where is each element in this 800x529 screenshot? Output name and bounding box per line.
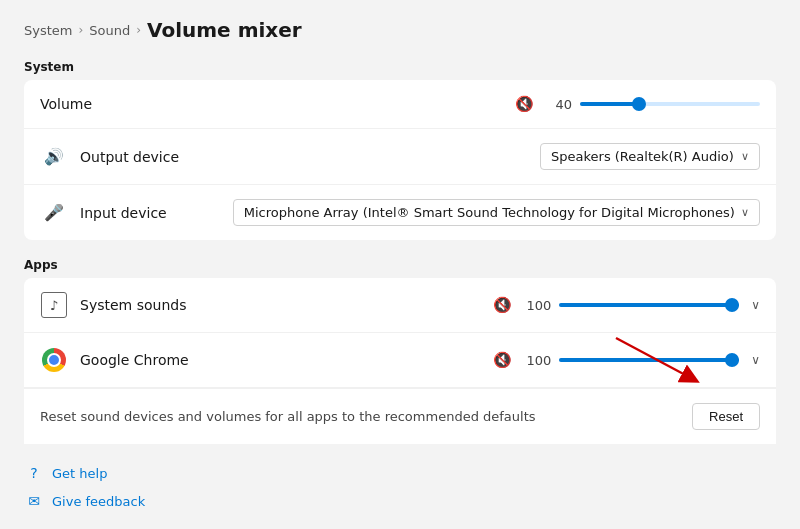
sys-sounds-mute-icon[interactable]: 🔇 (493, 296, 512, 314)
apps-card: ♪ System sounds 🔇 100 ∨ (24, 278, 776, 444)
get-help-link[interactable]: ? Get help (24, 463, 776, 483)
input-device-text: Microphone Array (Intel® Smart Sound Tec… (244, 205, 735, 220)
volume-mute-icon[interactable]: 🔇 (515, 95, 534, 113)
sys-sounds-thumb[interactable] (725, 298, 739, 312)
system-sounds-row: ♪ System sounds 🔇 100 ∨ (24, 278, 776, 333)
page: System › Sound › Volume mixer System Vol… (0, 0, 800, 529)
breadcrumb-sep2: › (136, 23, 141, 37)
breadcrumb-sound[interactable]: Sound (89, 23, 130, 38)
input-dropdown[interactable]: Microphone Array (Intel® Smart Sound Tec… (233, 199, 760, 226)
sys-sounds-value: 100 (526, 298, 551, 313)
sys-sounds-box-icon: ♪ (41, 292, 67, 318)
breadcrumb-sep1: › (78, 23, 83, 37)
apps-section: Apps ♪ System sounds 🔇 100 (24, 256, 776, 448)
reset-button[interactable]: Reset (692, 403, 760, 430)
bottom-links: ? Get help ✉ Give feedback (24, 451, 776, 511)
get-help-icon: ? (24, 463, 44, 483)
chrome-track (559, 358, 739, 362)
reset-text: Reset sound devices and volumes for all … (40, 409, 692, 424)
volume-controls: 🔇 40 (515, 94, 760, 114)
chrome-expand-icon[interactable]: ∨ (751, 353, 760, 367)
output-label: Output device (80, 149, 540, 165)
input-icon: 🎤 (40, 203, 68, 222)
chrome-value: 100 (526, 353, 551, 368)
output-dropdown[interactable]: Speakers (Realtek(R) Audio) ∨ (540, 143, 760, 170)
get-help-label: Get help (52, 466, 107, 481)
output-icon: 🔊 (40, 147, 68, 166)
system-sounds-controls: 🔇 100 ∨ (493, 295, 760, 315)
chrome-icon-container (40, 346, 68, 374)
volume-fill (580, 102, 639, 106)
input-label: Input device (80, 205, 233, 221)
chrome-thumb[interactable] (725, 353, 739, 367)
give-feedback-icon: ✉ (24, 491, 44, 511)
system-card: Volume 🔇 40 🔊 Output device Speakers (Re… (24, 80, 776, 240)
volume-slider[interactable] (580, 94, 760, 114)
page-title: Volume mixer (147, 18, 302, 42)
volume-track (580, 102, 760, 106)
volume-value: 40 (548, 97, 572, 112)
chrome-controls: 🔇 100 ∨ (493, 350, 760, 370)
chrome-slider[interactable] (559, 350, 739, 370)
input-device-row: 🎤 Input device Microphone Array (Intel® … (24, 185, 776, 240)
give-feedback-label: Give feedback (52, 494, 145, 509)
output-chevron-icon: ∨ (741, 150, 749, 163)
volume-thumb[interactable] (632, 97, 646, 111)
input-right: Microphone Array (Intel® Smart Sound Tec… (233, 199, 760, 226)
breadcrumb-system[interactable]: System (24, 23, 72, 38)
sys-sounds-expand-icon[interactable]: ∨ (751, 298, 760, 312)
system-section-label: System (24, 60, 776, 74)
chrome-logo-icon (42, 348, 66, 372)
sys-sounds-track (559, 303, 739, 307)
output-right: Speakers (Realtek(R) Audio) ∨ (540, 143, 760, 170)
output-device-row: 🔊 Output device Speakers (Realtek(R) Aud… (24, 129, 776, 185)
chrome-row: Google Chrome 🔇 100 ∨ (24, 333, 776, 388)
breadcrumb: System › Sound › Volume mixer (24, 18, 776, 42)
input-chevron-icon: ∨ (741, 206, 749, 219)
chrome-fill (559, 358, 739, 362)
volume-row: Volume 🔇 40 (24, 80, 776, 129)
chrome-label: Google Chrome (80, 352, 493, 368)
system-sounds-icon: ♪ (40, 291, 68, 319)
sys-sounds-fill (559, 303, 739, 307)
chrome-mute-icon[interactable]: 🔇 (493, 351, 512, 369)
reset-row: Reset sound devices and volumes for all … (24, 388, 776, 444)
output-device-text: Speakers (Realtek(R) Audio) (551, 149, 735, 164)
sys-sounds-slider[interactable] (559, 295, 739, 315)
give-feedback-link[interactable]: ✉ Give feedback (24, 491, 776, 511)
apps-section-label: Apps (24, 258, 776, 272)
system-sounds-label: System sounds (80, 297, 493, 313)
volume-label: Volume (40, 96, 515, 112)
